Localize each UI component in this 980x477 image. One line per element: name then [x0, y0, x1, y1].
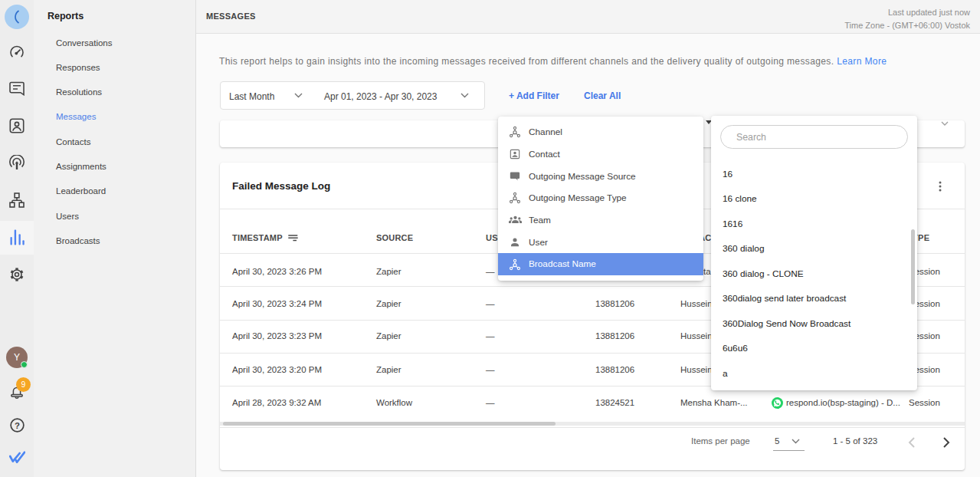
svg-text:?: ? — [15, 420, 20, 429]
